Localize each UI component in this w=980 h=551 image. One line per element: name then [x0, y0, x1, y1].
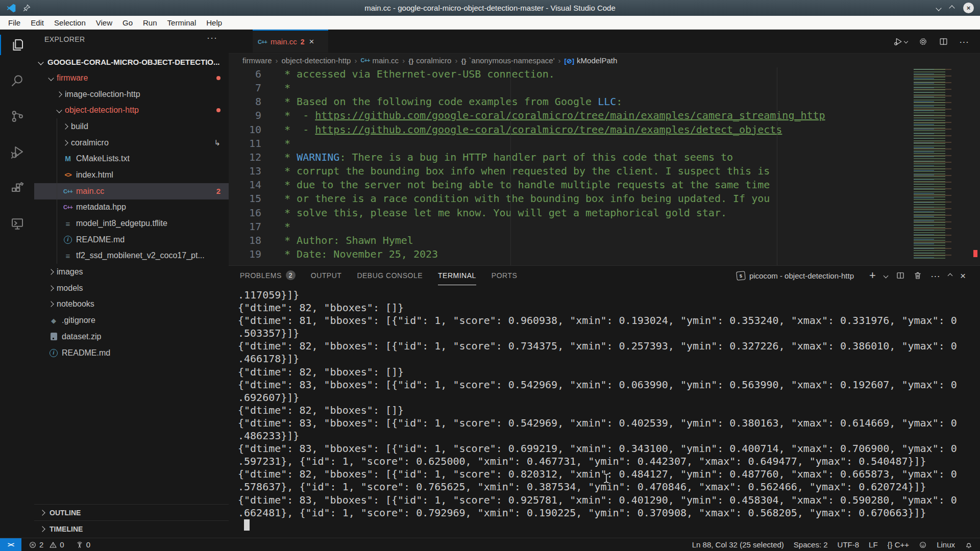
menu-terminal[interactable]: Terminal [162, 16, 202, 29]
code-line: 18 * Author: Shawn Hymel [229, 234, 929, 247]
status-feedback-icon[interactable] [919, 541, 927, 549]
terminal-line: .466178}]} [238, 353, 957, 365]
activity-run-and-debug-icon[interactable] [0, 138, 34, 166]
tree-item-models[interactable]: models [34, 280, 229, 296]
breadcrumb-item[interactable]: [⊘]kModelPath [565, 56, 618, 65]
tree-item-readme-md[interactable]: iREADME.md [34, 232, 229, 248]
menu-edit[interactable]: Edit [26, 16, 49, 29]
terminal-output[interactable]: .117059}]}{"dtime": 82, "bboxes": []}{"d… [238, 289, 957, 519]
git-file-icon: ◆ [49, 317, 58, 324]
status-utf-8[interactable]: UTF-8 [838, 540, 860, 549]
tree-item--gitignore[interactable]: ◆.gitignore [34, 312, 229, 329]
timeline-section-header[interactable]: TIMELINE [34, 520, 229, 537]
breadcrumb-item[interactable]: {}`anonymous-namespace' [461, 56, 554, 65]
tree-item-readme-md[interactable]: iREADME.md [34, 345, 229, 361]
tree-item-dataset-zip[interactable]: dataset.zip [34, 329, 229, 345]
panel-more-actions-icon[interactable]: ··· [930, 271, 940, 281]
terminal-profile-chevron-icon[interactable] [883, 273, 888, 278]
tree-item-metadata-hpp[interactable]: C++metadata.hpp [34, 199, 229, 216]
kill-terminal-trash-icon[interactable] [913, 271, 922, 280]
tab-close-icon[interactable]: × [309, 37, 314, 47]
tree-item-notebooks[interactable]: notebooks [34, 296, 229, 313]
line-number: 15 [229, 192, 261, 206]
terminal-line: {"dtime": 83, "bboxes": [{"id": 1, "scor… [238, 442, 957, 455]
terminal-instance-item[interactable]: $ picocom - object-detection-http [737, 271, 854, 280]
breadcrumb-item[interactable]: firmware [242, 56, 272, 65]
menu-run[interactable]: Run [138, 16, 162, 29]
outline-section-header[interactable]: OUTLINE [34, 504, 229, 521]
panel-tab-ports[interactable]: PORTS [492, 266, 517, 285]
window-close-button[interactable]: × [963, 3, 974, 13]
tree-item-model-int8-edgetpu-tflite[interactable]: ≡model_int8_edgetpu.tflite [34, 215, 229, 232]
forwarded-ports-count: 0 [86, 540, 90, 549]
terminal-title: picocom - object-detection-http [749, 271, 854, 280]
explorer-more-actions-button[interactable]: ··· [207, 33, 217, 43]
lines-file-icon: ≡ [63, 219, 72, 228]
activity-extensions-icon[interactable] [0, 173, 34, 202]
window-maximize-button[interactable] [949, 5, 954, 11]
tree-item-object-detection-http[interactable]: object-detection-http [34, 102, 229, 118]
editor-more-actions-icon[interactable]: ··· [959, 37, 969, 46]
maximize-panel-chevron-icon[interactable] [947, 273, 952, 278]
breadcrumb-item[interactable]: C++main.cc [360, 56, 399, 65]
explorer-root-folder[interactable]: GOOGLE-CORAL-MICRO-OBJECT-DETECTIO... [34, 54, 229, 70]
close-panel-icon[interactable]: × [960, 271, 966, 281]
terminal-line: {"dtime": 81, "bboxes": [{"id": 1, "scor… [238, 314, 957, 327]
explorer-header: EXPLORER [44, 35, 85, 43]
breadcrumb-item[interactable]: object-detection-http [282, 56, 351, 65]
hpp-file-icon: C++ [63, 204, 72, 210]
menu-go[interactable]: Go [117, 16, 138, 29]
split-editor-icon[interactable] [939, 37, 948, 46]
terminal-line: .597231}, {"id": 1, "score": 0.625000, "… [238, 455, 957, 468]
status--c-[interactable]: {} C++ [888, 540, 910, 549]
tree-item-main-cc[interactable]: C++main.cc2 [34, 183, 229, 199]
terminal-line: {"dtime": 83, "bboxes": [{"id": 1, "scor… [238, 494, 957, 507]
tree-item-images[interactable]: images [34, 264, 229, 280]
tab-main-cc[interactable]: C++ main.cc 2 × [253, 30, 328, 53]
run-or-debug-button[interactable] [893, 37, 908, 46]
tree-item-index-html[interactable]: <>index.html [34, 167, 229, 183]
activity-remote-explorer-icon[interactable] [0, 209, 34, 238]
tree-item-image-collection-http[interactable]: image-collection-http [34, 86, 229, 103]
tree-item-firmware[interactable]: firmware [34, 70, 229, 86]
breadcrumb-item[interactable]: {}coralmicro [408, 56, 451, 65]
breadcrumb-separator: › [455, 56, 457, 65]
menu-selection[interactable]: Selection [49, 16, 91, 29]
tree-item-build[interactable]: build [34, 118, 229, 135]
panel-tab-output[interactable]: OUTPUT [311, 266, 342, 285]
split-terminal-icon[interactable] [896, 271, 905, 280]
panel-tab-problems[interactable]: PROBLEMS2 [240, 266, 296, 285]
cmake-file-icon: M [63, 155, 72, 163]
menu-help[interactable]: Help [201, 16, 227, 29]
tree-item-cmakelists-txt[interactable]: MCMakeLists.txt [34, 151, 229, 167]
window-minimize-button[interactable] [936, 5, 941, 11]
debug-play-icon [893, 37, 903, 46]
panel-tab-debug-console[interactable]: DEBUG CONSOLE [357, 266, 423, 285]
status-linux[interactable]: Linux [937, 540, 955, 549]
menu-file[interactable]: File [3, 16, 26, 29]
remote-indicator-button[interactable]: >< [0, 538, 21, 551]
error-count: 2 [39, 540, 43, 549]
menu-view[interactable]: View [91, 16, 117, 29]
tree-item-tf2-ssd-mobilenet-v2-coco17-pt-[interactable]: ≡tf2_ssd_mobilenet_v2_coco17_pt... [34, 248, 229, 264]
breadcrumb-separator: › [354, 56, 357, 65]
status-ln-88-col-32-25-sele[interactable]: Ln 88, Col 32 (25 selected) [692, 540, 784, 549]
code-view[interactable]: 6 * accessed via Ethernet-over-USB conne… [229, 67, 929, 261]
minimap[interactable] [914, 69, 958, 259]
terminal-line: .692607}]} [238, 391, 957, 404]
activity-search-icon[interactable] [0, 66, 34, 95]
new-terminal-button[interactable]: + [869, 270, 876, 281]
terminal-line: {"dtime": 83, "bboxes": [{"id": 1, "scor… [238, 379, 957, 391]
status-bell-icon[interactable] [965, 541, 973, 549]
editor-settings-gear-icon[interactable] [918, 37, 928, 46]
problems-status-button[interactable]: 2 0 [29, 540, 64, 549]
terminal-line: .117059}]} [238, 289, 957, 302]
activity-explorer-icon[interactable] [0, 31, 34, 59]
activity-source-control-icon[interactable] [0, 102, 34, 131]
status-lf[interactable]: LF [869, 540, 878, 549]
status-spaces-2[interactable]: Spaces: 2 [794, 540, 828, 549]
panel-tab-terminal[interactable]: TERMINAL [438, 266, 476, 285]
ports-status-button[interactable]: 0 [76, 540, 90, 549]
tree-item-coralmicro[interactable]: coralmicro↳ [34, 135, 229, 151]
breadcrumb-separator: › [558, 56, 561, 65]
